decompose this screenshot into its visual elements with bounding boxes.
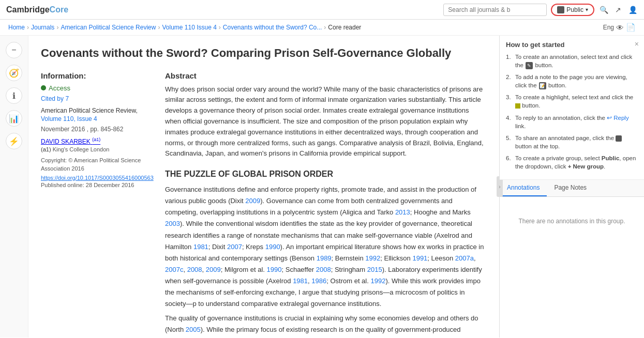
step-num-1: 1. (506, 53, 513, 69)
abstract-heading: Abstract (165, 71, 487, 80)
author-sup: (a1) (92, 137, 100, 142)
ref-dixit-2007[interactable]: 2007 (227, 243, 242, 251)
step-text-4: To reply to an annotation, click the ↩ R… (515, 114, 638, 130)
info-title: Information: (41, 71, 155, 80)
logo-text: Cambridge (6, 5, 50, 14)
chevron-down-icon: ▾ (586, 7, 588, 12)
volume-link[interactable]: Volume 110, Issue 4 (41, 115, 97, 122)
pages-ref: November 2016 , pp. 845-862 (41, 126, 155, 133)
public-icon (557, 6, 564, 13)
public-label: Public (566, 6, 583, 13)
ref-leeson-2008[interactable]: 2008 (187, 266, 202, 273)
ref-kreps-1990[interactable]: 1990 (265, 243, 280, 251)
access-text: Access (49, 84, 70, 92)
article-title: Covenants without the Sword? Comparing P… (41, 46, 487, 61)
body-paragraph-2: The quality of governance institutions i… (165, 313, 487, 337)
access-label: Access (41, 84, 155, 92)
share-icon[interactable]: ↗ (613, 5, 623, 15)
author-link[interactable]: DAVID SKARBEK (a1) (41, 138, 100, 145)
breadcrumb-journals[interactable]: Journals (31, 24, 54, 31)
step-text-5: To share an annotated page, click the bu… (515, 134, 638, 150)
ref-axelrod-1986[interactable]: 1986 (311, 277, 326, 285)
info-icon[interactable]: ℹ (6, 87, 22, 104)
ref-axelrod-1981[interactable]: 1981 (293, 277, 308, 285)
public-button[interactable]: Public ▾ (551, 4, 594, 16)
step-num-6: 6. (506, 154, 513, 171)
cited-by-count[interactable]: 7 (65, 95, 69, 102)
breadcrumb-article[interactable]: Covenants without the Sword? Co... (223, 24, 322, 31)
step-num-4: 4. (506, 114, 513, 130)
abstract-text: Why does prison social order vary around… (165, 84, 487, 160)
ref-ellickson-1991[interactable]: 1991 (412, 254, 427, 262)
step-text-2: To add a note to the page you are viewin… (515, 73, 638, 89)
close-button[interactable]: × (635, 40, 639, 48)
section-heading: THE PUZZLE OF GLOBAL PRISON ORDER (165, 170, 487, 179)
journal-ref: American Political Science Review, Volum… (41, 106, 155, 124)
article-column: Abstract Why does prison social order va… (165, 71, 487, 337)
ref-north-2005[interactable]: 2005 (186, 326, 201, 333)
how-to-section: How to get started × 1. To create an ann… (500, 36, 644, 180)
no-annotations-message: There are no annotations in this group. (500, 197, 644, 245)
ref-benson-1989[interactable]: 1989 (317, 254, 332, 262)
left-sidebar: − 🧭 ℹ 📊 ⚡ (0, 36, 28, 337)
ref-marks-2003[interactable]: 2003 (165, 220, 180, 227)
breadcrumb-sep2: › (56, 24, 58, 31)
breadcrumb-sep3: › (158, 24, 160, 31)
doc-icon[interactable]: 📄 (626, 23, 636, 32)
chart-icon[interactable]: 📊 (6, 110, 22, 127)
content-area: Covenants without the Sword? Comparing P… (28, 36, 499, 337)
share-button-icon (616, 135, 622, 142)
published-date: Published online: 28 December 2016 (41, 182, 155, 188)
doi-link[interactable]: https://doi.org/10.1017/S000305541600056… (41, 175, 155, 181)
affil-name: King's College London (53, 146, 110, 152)
step-num-5: 5. (506, 134, 513, 150)
compass-icon[interactable]: 🧭 (6, 65, 22, 81)
breadcrumb: Home › Journals › American Political Sci… (0, 20, 644, 36)
breadcrumb-home[interactable]: Home (8, 24, 25, 31)
ref-schaeffer-2008[interactable]: 2008 (316, 266, 331, 273)
user-icon[interactable]: 👤 (627, 5, 638, 15)
ref-leeson-2007c[interactable]: 2007c (165, 266, 183, 273)
eye-icon[interactable]: 👁 (616, 23, 624, 32)
breadcrumb-sep1: › (27, 24, 29, 31)
ref-ostrom-1992[interactable]: 1992 (370, 277, 385, 285)
affil-label: (a1) (41, 146, 51, 152)
breadcrumb-volume[interactable]: Volume 110 Issue 4 (162, 24, 216, 31)
how-to-item-1: 1. To create an annotation, select text … (506, 53, 638, 69)
step-text-1: To create an annotation, select text and… (515, 53, 638, 69)
cited-by: Cited by 7 (41, 95, 155, 102)
breadcrumb-sep5: › (324, 24, 326, 31)
how-to-item-3: 3. To create a highlight, select text an… (506, 93, 638, 110)
step-text-6: To create a private group, select Public… (515, 154, 638, 171)
breadcrumb-journal[interactable]: American Political Science Review (61, 24, 156, 31)
page-notes-tab[interactable]: Page Notes (547, 180, 594, 196)
ref-stringham-2015[interactable]: 2015 (367, 266, 382, 273)
ref-hamilton-1981[interactable]: 1981 (193, 243, 208, 251)
cited-by-label: Cited by (41, 95, 64, 102)
public-strong: Public (602, 155, 620, 161)
search-input[interactable] (443, 4, 547, 16)
access-dot (41, 85, 46, 90)
minus-button[interactable]: − (6, 42, 22, 58)
annotation-icon: ✎ (526, 62, 533, 69)
lightning-icon[interactable]: ⚡ (6, 133, 22, 149)
ref-bernstein-1992[interactable]: 1992 (365, 254, 380, 262)
step-text-3: To create a highlight, select text and c… (515, 93, 638, 110)
annotation-panel: › How to get started × 1. To create an a… (499, 36, 644, 337)
annotations-tabs: Annotations Page Notes (500, 180, 644, 197)
ref-leeson-2007a[interactable]: 2007a (455, 254, 474, 262)
how-to-title: How to get started (506, 41, 638, 49)
ref-leeson-2009[interactable]: 2009 (206, 266, 221, 273)
journal-name: American Political Science Review, (41, 107, 138, 114)
annotations-tab[interactable]: Annotations (500, 180, 547, 196)
ref-milgrom-1990[interactable]: 1990 (267, 266, 282, 273)
ref-tarko-2013[interactable]: 2013 (395, 208, 410, 216)
copyright: Copyright: © American Political Science … (41, 157, 155, 173)
author-name: DAVID SKARBEK (41, 138, 91, 145)
reply-arrow-icon: ↩ Reply (607, 115, 629, 121)
how-to-item-6: 6. To create a private group, select Pub… (506, 154, 638, 171)
ref-dixit-2009[interactable]: 2009 (245, 197, 260, 205)
search-icon[interactable]: 🔍 (598, 5, 609, 15)
step-num-3: 3. (506, 93, 513, 110)
language-button[interactable]: Eng (603, 24, 614, 31)
